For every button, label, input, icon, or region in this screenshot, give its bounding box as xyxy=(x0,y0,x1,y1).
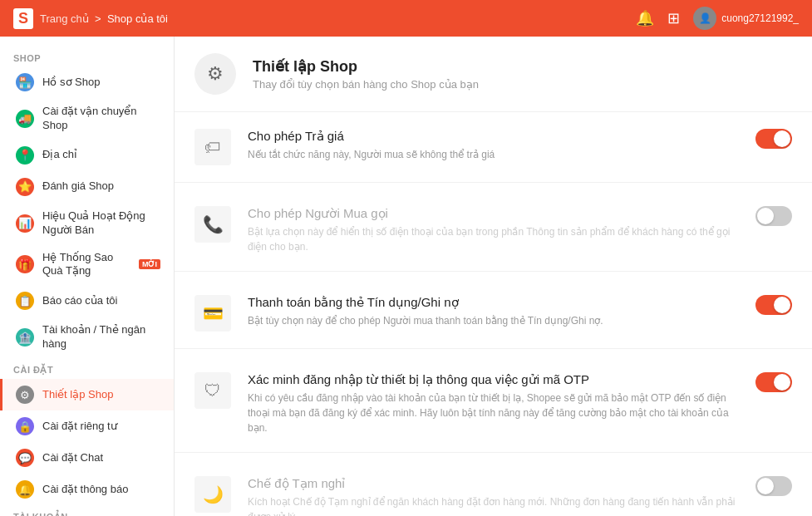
sidebar-item-ngan-hang[interactable]: 🏦 Tài khoản / Thẻ ngân hàng xyxy=(0,317,174,358)
sidebar-item-danh-gia[interactable]: ⭐ Đánh giá Shop xyxy=(0,171,174,203)
xac-minh-title: Xác minh đăng nhập từ thiết bị lạ thông … xyxy=(248,372,739,387)
header-right: 🔔 ⊞ 👤 cuong27121992_ xyxy=(636,7,799,30)
the-tin-dung-body: Thanh toán bằng thẻ Tín dụng/Ghi nợ Bật … xyxy=(248,295,739,328)
the-tin-dung-slider xyxy=(755,295,792,315)
sidebar-item-hieu-qua[interactable]: 📊 Hiệu Quả Hoạt Động Người Bán xyxy=(0,203,174,244)
shopee-logo: S xyxy=(13,8,33,29)
thiet-lap-shop-label: Thiết lập Shop xyxy=(42,388,160,402)
hieu-qua-label: Hiệu Quả Hoạt Động Người Bán xyxy=(42,209,160,238)
ngan-hang-label: Tài khoản / Thẻ ngân hàng xyxy=(42,323,160,351)
sidebar-item-dia-chi[interactable]: 📍 Địa chỉ xyxy=(0,140,174,171)
tra-gia-icon: 🏷 xyxy=(194,129,231,165)
the-tin-dung-icon: 💳 xyxy=(194,295,231,332)
section-desc: Thay đổi tùy chọn bán hàng cho Shop của … xyxy=(253,78,479,91)
breadcrumb-current: Shop của tôi xyxy=(107,12,168,25)
danh-gia-label: Đánh giá Shop xyxy=(42,179,160,194)
section-header-icon: ⚙ xyxy=(194,53,236,95)
xac-minh-slider xyxy=(755,372,792,392)
section-taikhoan-title: TÀI KHOẢN xyxy=(0,505,174,516)
nguoi-mua-goi-icon: 📞 xyxy=(194,206,231,243)
section-caidat-title: CÀI ĐẶT xyxy=(0,358,174,379)
sidebar-item-ho-so-shop[interactable]: 🏪 Hồ sơ Shop xyxy=(0,66,174,98)
thong-bao-label: Cài đặt thông báo xyxy=(42,483,160,497)
dia-chi-icon: 📍 xyxy=(16,146,34,165)
nguoi-mua-goi-knob xyxy=(757,208,774,224)
tam-nghi-body: Chế độ Tạm nghỉ Kích hoạt Chế độ Tạm ngh… xyxy=(248,476,739,516)
setting-tam-nghi: 🌙 Chế độ Tạm nghỉ Kích hoạt Chế độ Tạm n… xyxy=(175,459,812,516)
tam-nghi-knob xyxy=(757,478,774,494)
bao-cao-label: Báo cáo của tôi xyxy=(42,294,160,308)
nguoi-mua-goi-toggle[interactable] xyxy=(755,206,792,226)
xac-minh-knob xyxy=(774,374,790,391)
moi-badge: MỚI xyxy=(139,259,160,269)
the-tin-dung-toggle[interactable] xyxy=(755,295,792,315)
nguoi-mua-goi-desc: Bật lựa chọn này để hiển thị số điện tho… xyxy=(248,224,739,254)
dia-chi-label: Địa chỉ xyxy=(42,148,160,162)
breadcrumb-home[interactable]: Trang chủ xyxy=(40,12,89,25)
user-name: cuong27121992_ xyxy=(721,12,799,24)
breadcrumb-separator: > xyxy=(95,12,101,25)
van-chuyen-icon: 🚚 xyxy=(16,110,34,128)
sidebar: SHOP 🏪 Hồ sơ Shop 🚚 Cài đặt vận chuyển S… xyxy=(0,37,175,516)
chat-icon: 💬 xyxy=(16,449,34,467)
user-avatar[interactable]: 👤 cuong27121992_ xyxy=(693,7,799,30)
setting-tra-gia: 🏷 Cho phép Trả giá Nếu tắt chức năng này… xyxy=(175,112,812,183)
he-thong-sao-icon: 🎁 xyxy=(16,255,34,273)
section-shop-title: SHOP xyxy=(0,47,174,66)
thong-bao-icon: 🔔 xyxy=(16,480,34,499)
section-header-text: Thiết lập Shop Thay đổi tùy chọn bán hàn… xyxy=(253,57,479,91)
tra-gia-desc: Nếu tắt chức năng này, Người mua sẽ khôn… xyxy=(248,147,739,162)
sidebar-item-thiet-lap-shop[interactable]: ⚙ Thiết lập Shop xyxy=(0,379,174,410)
sidebar-item-he-thong-sao[interactable]: 🎁 Hệ Thống Sao Quà Tặng MỚI xyxy=(0,244,174,286)
ho-so-shop-icon: 🏪 xyxy=(16,73,34,91)
tra-gia-title: Cho phép Trả giá xyxy=(248,129,739,144)
sidebar-item-bao-cao[interactable]: 📋 Báo cáo của tôi xyxy=(0,285,174,317)
hieu-qua-icon: 📊 xyxy=(16,214,34,233)
section-title: Thiết lập Shop xyxy=(253,57,479,76)
the-tin-dung-knob xyxy=(774,297,790,313)
header-left: S Trang chủ > Shop của tôi xyxy=(13,8,168,29)
avatar-image: 👤 xyxy=(693,7,716,30)
tra-gia-toggle[interactable] xyxy=(755,129,792,149)
tam-nghi-toggle[interactable] xyxy=(755,476,792,496)
tam-nghi-slider xyxy=(755,476,792,496)
nguoi-mua-goi-body: Cho phép Người Mua gọi Bật lựa chọn này … xyxy=(248,206,739,254)
tam-nghi-title: Chế độ Tạm nghỉ xyxy=(248,476,739,491)
tra-gia-action xyxy=(755,129,792,149)
setting-nguoi-mua-goi: 📞 Cho phép Người Mua gọi Bật lựa chọn nà… xyxy=(175,189,812,272)
rieng-tu-label: Cài đặt riêng tư xyxy=(42,420,160,434)
sidebar-item-rieng-tu[interactable]: 🔒 Cài đặt riêng tư xyxy=(0,410,174,442)
the-tin-dung-desc: Bật tùy chọn này để cho phép Người mua t… xyxy=(248,313,739,328)
nguoi-mua-goi-action xyxy=(755,206,792,226)
xac-minh-desc: Khi có yêu cầu đăng nhập vào tài khoản c… xyxy=(248,391,739,435)
tam-nghi-icon: 🌙 xyxy=(194,476,231,513)
nguoi-mua-goi-title: Cho phép Người Mua gọi xyxy=(248,206,739,221)
xac-minh-toggle[interactable] xyxy=(755,372,792,392)
sidebar-item-chat[interactable]: 💬 Cài đặt Chat xyxy=(0,442,174,474)
bao-cao-icon: 📋 xyxy=(16,292,34,310)
tam-nghi-desc: Kích hoạt Chế độ Tạm nghỉ để ngăn khách … xyxy=(248,494,739,516)
section-header: ⚙ Thiết lập Shop Thay đổi tùy chọn bán h… xyxy=(175,37,812,112)
xac-minh-action xyxy=(755,372,792,392)
van-chuyen-label: Cài đặt vận chuyển Shop xyxy=(42,105,160,133)
sidebar-item-van-chuyen[interactable]: 🚚 Cài đặt vận chuyển Shop xyxy=(0,98,174,140)
layout: SHOP 🏪 Hồ sơ Shop 🚚 Cài đặt vận chuyển S… xyxy=(0,37,812,516)
setting-xac-minh-otp: 🛡 Xác minh đăng nhập từ thiết bị lạ thôn… xyxy=(175,356,812,453)
nguoi-mua-goi-slider xyxy=(755,206,792,226)
xac-minh-body: Xác minh đăng nhập từ thiết bị lạ thông … xyxy=(248,372,739,435)
ngan-hang-icon: 🏦 xyxy=(16,328,34,346)
he-thong-sao-label: Hệ Thống Sao Quà Tặng xyxy=(42,251,130,279)
the-tin-dung-action xyxy=(755,295,792,315)
tra-gia-knob xyxy=(774,130,790,147)
notification-icon[interactable]: 🔔 xyxy=(636,9,654,27)
the-tin-dung-title: Thanh toán bằng thẻ Tín dụng/Ghi nợ xyxy=(248,295,739,310)
danh-gia-icon: ⭐ xyxy=(16,178,34,196)
thiet-lap-shop-icon: ⚙ xyxy=(16,386,34,404)
setting-the-tin-dung: 💳 Thanh toán bằng thẻ Tín dụng/Ghi nợ Bậ… xyxy=(175,278,812,349)
sidebar-item-thong-bao[interactable]: 🔔 Cài đặt thông báo xyxy=(0,474,174,505)
xac-minh-icon: 🛡 xyxy=(194,372,231,409)
tra-gia-body: Cho phép Trả giá Nếu tắt chức năng này, … xyxy=(248,129,739,162)
grid-icon[interactable]: ⊞ xyxy=(667,9,680,27)
header: S Trang chủ > Shop của tôi 🔔 ⊞ 👤 cuong27… xyxy=(0,0,812,37)
tam-nghi-action xyxy=(755,476,792,496)
